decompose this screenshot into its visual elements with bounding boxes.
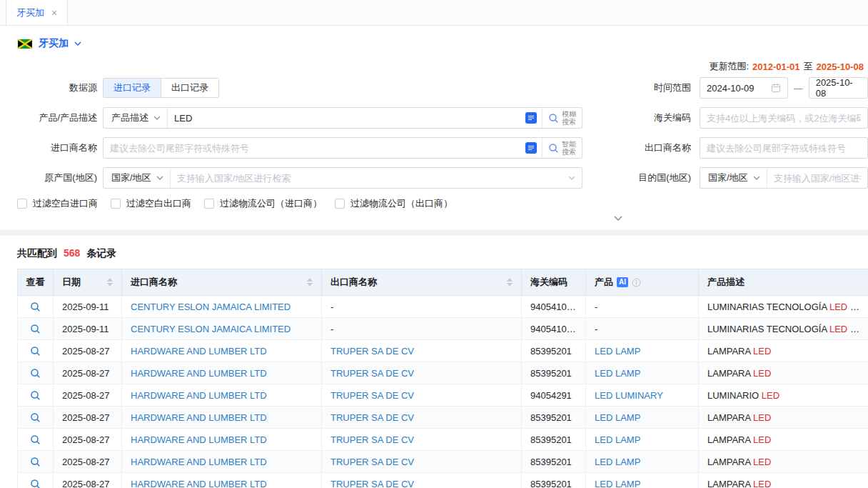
- exporter-link[interactable]: TRUPER SA DE CV: [322, 384, 522, 407]
- date-cell: 2025-09-11: [54, 318, 122, 340]
- filter-checkbox[interactable]: 过滤物流公司（进口商）: [204, 197, 322, 210]
- filter-panel: 牙买加 更新范围: 2012-01-01 至 2025-10-08 数据源 进口…: [0, 26, 868, 230]
- view-record-button[interactable]: [18, 384, 54, 407]
- importer-link[interactable]: HARDWARE AND LUMBER LTD: [122, 473, 322, 488]
- destination-country-label: 目的国(地区): [582, 171, 691, 184]
- product-link[interactable]: LED LAMP: [586, 362, 699, 384]
- sort-icon[interactable]: [307, 278, 313, 287]
- country-selector[interactable]: 牙买加: [17, 37, 868, 50]
- view-record-button[interactable]: [18, 407, 54, 429]
- view-record-icon: [30, 390, 41, 401]
- update-range-label: 更新范围:: [709, 60, 749, 73]
- view-record-button[interactable]: [18, 296, 54, 318]
- importer-link[interactable]: HARDWARE AND LUMBER LTD: [122, 407, 322, 429]
- update-range-end: 2025-10-08: [817, 61, 864, 72]
- filter-checkbox-row: 过滤空白进口商 过滤空白出口商 过滤物流公司（进口商） 过滤物流公司（出口商）: [17, 197, 868, 210]
- checkbox-label: 过滤物流公司（出口商）: [350, 197, 453, 210]
- exporter-link[interactable]: TRUPER SA DE CV: [322, 340, 522, 362]
- fuzzy-search-button[interactable]: 模糊 搜索: [542, 108, 582, 128]
- batch-search-icon[interactable]: [525, 112, 537, 124]
- product-link: -: [586, 296, 699, 318]
- product-link[interactable]: LED LAMP: [586, 429, 699, 451]
- view-record-button[interactable]: [18, 451, 54, 473]
- filter-row-1: 数据源 进口记录 出口记录 时间范围 2024-10-09 — 2025-10-…: [17, 77, 868, 99]
- exporter-link[interactable]: TRUPER SA DE CV: [322, 362, 522, 384]
- table-row: 2025-08-27 HARDWARE AND LUMBER LTD TRUPE…: [18, 340, 868, 362]
- hs-code-cell: 85395201: [522, 473, 586, 488]
- checkbox-box[interactable]: [335, 199, 345, 209]
- importer-name-input[interactable]: [104, 138, 520, 158]
- hs-code-label: 海关编码: [582, 111, 691, 124]
- start-date-input[interactable]: 2024-10-09: [700, 77, 788, 99]
- column-header-date[interactable]: 日期: [54, 269, 122, 296]
- product-link: -: [586, 318, 699, 340]
- exporter-link[interactable]: TRUPER SA DE CV: [322, 429, 522, 451]
- view-record-icon: [30, 434, 41, 445]
- sort-icon[interactable]: [507, 278, 513, 287]
- end-date-value: 2025-10-08: [816, 77, 861, 99]
- importer-link[interactable]: CENTURY ESLON JAMAICA LIMITED: [122, 318, 322, 340]
- date-separator: —: [794, 83, 803, 94]
- view-record-button[interactable]: [18, 429, 54, 451]
- exporter-name-input[interactable]: [700, 138, 867, 158]
- product-link[interactable]: LED LAMP: [586, 473, 699, 488]
- origin-country-select-value: 国家/地区: [111, 171, 151, 184]
- checkbox-box[interactable]: [204, 199, 214, 209]
- date-cell: 2025-08-27: [54, 473, 122, 488]
- exporter-link[interactable]: TRUPER SA DE CV: [322, 473, 522, 488]
- product-link[interactable]: LED LAMP: [586, 340, 699, 362]
- product-field-select[interactable]: 产品描述: [104, 108, 168, 128]
- importer-link[interactable]: HARDWARE AND LUMBER LTD: [122, 384, 322, 407]
- importer-link[interactable]: HARDWARE AND LUMBER LTD: [122, 362, 322, 384]
- column-header-description: 产品描述: [699, 269, 868, 296]
- product-link[interactable]: LED LAMP: [586, 407, 699, 429]
- filter-checkbox[interactable]: 过滤空白进口商: [17, 197, 98, 210]
- filter-checkbox[interactable]: 过滤物流公司（出口商）: [335, 197, 453, 210]
- end-date-input[interactable]: 2025-10-08: [809, 77, 868, 99]
- data-source-label: 数据源: [17, 81, 97, 94]
- info-icon[interactable]: [632, 278, 641, 287]
- tab-jamaica[interactable]: 牙买加 ×: [6, 0, 68, 25]
- batch-search-icon[interactable]: [525, 142, 537, 154]
- destination-country-select[interactable]: 国家/地区: [700, 168, 767, 188]
- table-row: 2025-08-27 HARDWARE AND LUMBER LTD TRUPE…: [18, 362, 868, 384]
- sort-icon[interactable]: [107, 278, 113, 287]
- filter-checkbox[interactable]: 过滤空白出口商: [111, 197, 191, 210]
- column-header-hs-code: 海关编码: [522, 269, 586, 296]
- product-link[interactable]: LED LUMINARY: [586, 384, 699, 407]
- exporter-link[interactable]: TRUPER SA DE CV: [322, 451, 522, 473]
- import-records-tab[interactable]: 进口记录: [104, 79, 161, 97]
- importer-link[interactable]: HARDWARE AND LUMBER LTD: [122, 429, 322, 451]
- close-icon[interactable]: ×: [51, 8, 57, 18]
- calendar-icon: [771, 83, 781, 93]
- table-row: 2025-08-27 HARDWARE AND LUMBER LTD TRUPE…: [18, 451, 868, 473]
- destination-country-input[interactable]: [767, 168, 867, 188]
- country-name: 牙买加: [39, 37, 69, 50]
- description-cell: LAMPARA LED: [699, 451, 868, 473]
- date-cell: 2025-08-27: [54, 451, 122, 473]
- description-cell: LAMPARA LED: [699, 429, 868, 451]
- collapse-filters-button[interactable]: [614, 216, 622, 221]
- importer-link[interactable]: HARDWARE AND LUMBER LTD: [122, 340, 322, 362]
- origin-country-select[interactable]: 国家/地区: [104, 168, 171, 188]
- checkbox-box[interactable]: [111, 199, 121, 209]
- view-record-button[interactable]: [18, 473, 54, 488]
- table-row: 2025-09-11 CENTURY ESLON JAMAICA LIMITED…: [18, 296, 868, 318]
- importer-link[interactable]: HARDWARE AND LUMBER LTD: [122, 451, 322, 473]
- checkbox-box[interactable]: [17, 199, 27, 209]
- exporter-link[interactable]: TRUPER SA DE CV: [322, 407, 522, 429]
- column-header-exporter[interactable]: 出口商名称: [322, 269, 522, 296]
- view-record-button[interactable]: [18, 318, 54, 340]
- view-record-button[interactable]: [18, 340, 54, 362]
- exporter-link: -: [322, 296, 522, 318]
- product-link[interactable]: LED LAMP: [586, 451, 699, 473]
- origin-country-input[interactable]: [171, 168, 568, 188]
- hs-code-input[interactable]: [700, 108, 867, 128]
- importer-link[interactable]: CENTURY ESLON JAMAICA LIMITED: [122, 296, 322, 318]
- view-record-icon: [30, 368, 41, 379]
- column-header-importer[interactable]: 进口商名称: [122, 269, 322, 296]
- smart-search-button[interactable]: 智能 搜索: [542, 138, 582, 158]
- product-search-input[interactable]: [168, 108, 520, 128]
- export-records-tab[interactable]: 出口记录: [161, 79, 218, 97]
- view-record-button[interactable]: [18, 362, 54, 384]
